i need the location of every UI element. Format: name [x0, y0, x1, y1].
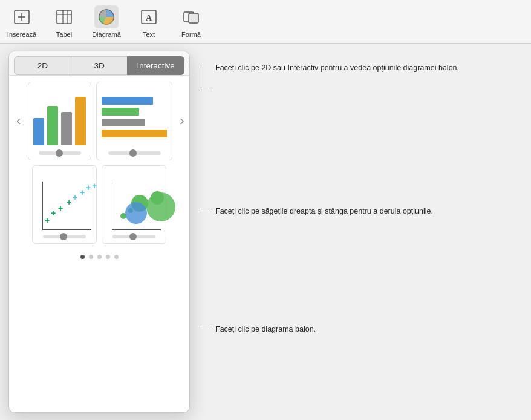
toolbar-text-label: Text — [143, 31, 155, 38]
table-icon — [55, 8, 73, 25]
annotation-3-text: Faceți clic pe diagrama balon. — [215, 325, 316, 333]
annotation-3: Faceți clic pe diagrama balon. — [201, 323, 316, 335]
hbar-row-2 — [102, 108, 167, 116]
hbar-4 — [102, 130, 167, 137]
scatter-axis-y — [42, 182, 43, 230]
toolbar-table-label: Tabel — [56, 31, 72, 38]
toolbar: Inserează Tabel Diagramă — [0, 0, 531, 44]
bubble-axis-y — [112, 182, 112, 230]
bar-2 — [47, 106, 58, 145]
scatter-point-1: + — [45, 215, 50, 225]
bubble-chart-visual — [107, 171, 161, 230]
annotation-2: Faceți clic pe săgețile dreapta și stâng… — [201, 205, 433, 217]
hbar-row-3 — [102, 119, 167, 126]
scatter-point-5: + — [73, 192, 77, 202]
hbar-row-1 — [102, 97, 167, 105]
tab-interactive[interactable]: Interactive — [127, 56, 184, 75]
tab-bar: 2D 3D Interactive — [9, 51, 189, 76]
bubble-area — [107, 182, 161, 230]
insert-icon — [13, 8, 31, 25]
page-dot-2[interactable] — [89, 255, 93, 259]
slider-track-4[interactable] — [112, 235, 155, 238]
chart-cell-scatter[interactable]: + + + + + + + + — [32, 165, 97, 244]
nav-arrow-right[interactable]: › — [177, 114, 186, 128]
annotation-1: Faceți clic pe 2D sau Interactiv pentru … — [201, 62, 459, 90]
hbar-3 — [102, 119, 145, 126]
annotation-1-text: Faceți clic pe 2D sau Interactiv pentru … — [215, 64, 459, 72]
toolbar-diagram[interactable]: Diagramă — [91, 5, 122, 38]
page-dot-1[interactable] — [80, 255, 85, 259]
scatter-point-3: + — [58, 203, 63, 213]
scatter-point-6: + — [80, 188, 85, 197]
chart-cell-bar[interactable] — [28, 82, 91, 160]
toolbar-insert[interactable]: Inserează — [6, 5, 37, 38]
bar-4 — [75, 97, 86, 145]
nav-arrow-left[interactable]: ‹ — [14, 114, 23, 128]
shape-icon — [182, 8, 200, 25]
toolbar-table[interactable]: Tabel — [48, 5, 80, 38]
bar-3 — [61, 112, 72, 145]
toolbar-text[interactable]: A Text — [133, 5, 165, 38]
slider-track-1[interactable] — [39, 151, 81, 155]
scatter-chart-visual: + + + + + + + + — [37, 171, 91, 230]
diagram-icon — [97, 8, 116, 26]
toolbar-shape[interactable]: Formă — [175, 5, 207, 38]
charts-row-1: ‹ — [14, 82, 184, 160]
chart-cell-hbar[interactable] — [96, 82, 172, 160]
page-dot-5[interactable] — [114, 255, 119, 259]
hbar-chart-visual — [102, 87, 167, 146]
toolbar-diagram-label: Diagramă — [92, 31, 121, 38]
bubble-lg-2 — [125, 202, 147, 224]
scatter-point-2: + — [51, 208, 56, 218]
scatter-point-4: + — [67, 197, 71, 207]
chart-cell-bubble[interactable] — [102, 165, 166, 244]
slider-thumb-3 — [60, 233, 67, 240]
page-dot-4[interactable] — [106, 255, 110, 259]
page-dot-3[interactable] — [97, 255, 102, 259]
bar-1 — [33, 118, 44, 145]
toolbar-insert-label: Inserează — [7, 31, 36, 38]
annotations-area: Faceți clic pe 2D sau Interactiv pentru … — [190, 51, 531, 420]
hbar-2 — [102, 108, 139, 116]
hbar-row-4 — [102, 130, 167, 137]
chart-picker-popup: 2D 3D Interactive ‹ — [8, 51, 190, 413]
annotation-2-text: Faceți clic pe săgețile dreapta și stâng… — [215, 207, 433, 215]
svg-text:A: A — [146, 13, 152, 22]
slider-thumb-1 — [56, 149, 63, 157]
bar-chart — [33, 98, 86, 146]
slider-thumb-4 — [129, 233, 137, 240]
bubble-lg-1 — [146, 192, 175, 221]
svg-rect-3 — [57, 10, 71, 24]
bubble-axis-x — [112, 229, 161, 230]
page-dots — [14, 249, 184, 266]
charts-row-2: + + + + + + + + — [14, 165, 184, 244]
hbar-chart — [102, 94, 167, 140]
toolbar-shape-label: Formă — [181, 31, 201, 38]
scatter-area: + + + + + + + + — [37, 182, 91, 230]
hbar-1 — [102, 97, 153, 105]
text-icon: A — [140, 8, 158, 25]
slider-track-2[interactable] — [108, 151, 160, 155]
main-area: 2D 3D Interactive ‹ — [0, 44, 531, 420]
scatter-axis-x — [42, 229, 91, 230]
tab-3d[interactable]: 3D — [71, 56, 128, 75]
slider-track-3[interactable] — [43, 235, 86, 238]
bar-chart-visual — [33, 87, 86, 146]
tab-2d[interactable]: 2D — [14, 56, 71, 75]
scatter-point-8: + — [92, 181, 97, 191]
slider-thumb-2 — [129, 149, 137, 157]
charts-area: ‹ — [9, 76, 189, 412]
svg-rect-11 — [189, 13, 198, 23]
scatter-point-7: + — [86, 183, 91, 192]
